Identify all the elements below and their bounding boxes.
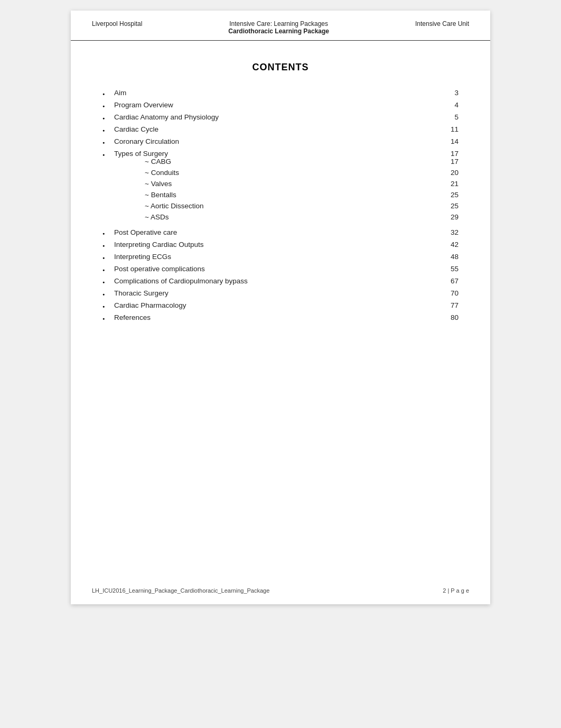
footer-left: LH_ICU2016_Learning_Package_Cardiothorac… [92, 587, 269, 594]
toc-item: ●Aim3 [102, 89, 459, 97]
toc-item: ●Program Overview4 [102, 101, 459, 109]
toc-item: ●References80 [102, 314, 459, 321]
toc-item: ●Complications of Cardiopulmonary bypass… [102, 277, 459, 285]
toc-item-page: 32 [443, 228, 459, 236]
toc-sub-item: ~ Valves21 [102, 180, 459, 188]
toc-item-text: Complications of Cardiopulmonary bypass [114, 277, 443, 285]
bullet-icon: ● [102, 153, 111, 156]
toc-item-text: Interpreting Cardiac Outputs [114, 241, 443, 248]
toc-sub-item: ~ Aortic Dissection25 [102, 202, 459, 210]
toc-item-text: Cardiac Cycle [114, 125, 443, 133]
toc-item-page: 4 [443, 101, 459, 109]
toc-item-text: Program Overview [114, 101, 443, 109]
toc-item-text: Thoracic Surgery [114, 289, 443, 297]
toc-item-page: 3 [443, 89, 459, 97]
toc-item-page: 77 [443, 301, 459, 309]
bullet-icon: ● [102, 244, 111, 247]
bullet-icon: ● [102, 280, 111, 284]
toc-item-text: Post Operative care [114, 228, 443, 236]
toc-sub-item-page: 29 [443, 213, 459, 221]
bullet-icon: ● [102, 104, 111, 108]
toc-sub-item: ~ ASDs29 [102, 213, 459, 221]
toc-sub-item: ~ Conduits20 [102, 169, 459, 177]
header-center: Intensive Care: Learning Packages Cardio… [228, 20, 329, 35]
toc-item-text: Interpreting ECGs [114, 253, 443, 261]
toc-sub-item-page: 25 [443, 202, 459, 210]
toc-sub-item: ~ CABG17 [102, 158, 459, 165]
toc-item: ●Coronary Circulation14 [102, 137, 459, 145]
bullet-icon: ● [102, 268, 111, 272]
toc-item-page: 55 [443, 265, 459, 273]
toc-sub-item-text: ~ Bentalls [145, 191, 443, 199]
bullet-icon: ● [102, 141, 111, 144]
toc-item-page: 80 [443, 314, 459, 321]
contents-title: CONTENTS [102, 62, 459, 73]
bullet-icon: ● [102, 305, 111, 308]
page-header: Liverpool Hospital Intensive Care: Learn… [71, 11, 490, 41]
toc-item: ●Post Operative care32 [102, 228, 459, 236]
toc-item-text: Post operative complications [114, 265, 443, 273]
bullet-icon: ● [102, 92, 111, 96]
toc-sub-item-text: ~ Conduits [145, 169, 443, 177]
bullet-icon: ● [102, 256, 111, 260]
toc-sub-list: ~ CABG17~ Conduits20~ Valves21~ Bentalls… [102, 158, 459, 224]
toc-sub-item-text: ~ CABG [145, 158, 443, 165]
toc-item: ●Cardiac Anatomy and Physiology5 [102, 113, 459, 121]
toc-sub-item-text: ~ Valves [145, 180, 443, 188]
bullet-icon: ● [102, 116, 111, 120]
toc-item-text: Types of Surgery [114, 150, 443, 158]
toc-item-page: 11 [443, 125, 459, 133]
toc-item-page: 5 [443, 113, 459, 121]
toc-item: ●Cardiac Pharmacology77 [102, 301, 459, 309]
toc-sub-item-text: ~ ASDs [145, 213, 443, 221]
toc-item-page: 70 [443, 289, 459, 297]
toc-sub-item: ~ Bentalls25 [102, 191, 459, 199]
toc-item-text: Cardiac Pharmacology [114, 301, 443, 309]
toc-sub-item-page: 17 [443, 158, 459, 165]
toc-item-page: 17 [443, 150, 459, 158]
header-center-line2: Cardiothoracic Learning Package [228, 27, 329, 35]
toc-item-page: 42 [443, 241, 459, 248]
toc-item: ●Interpreting Cardiac Outputs42 [102, 241, 459, 248]
page-footer: LH_ICU2016_Learning_Package_Cardiothorac… [71, 587, 490, 594]
toc-sub-item-page: 20 [443, 169, 459, 177]
bullet-icon: ● [102, 292, 111, 296]
toc-item: ●Cardiac Cycle11 [102, 125, 459, 133]
main-content: CONTENTS ●Aim3●Program Overview4●Cardiac… [71, 41, 490, 347]
toc-item: ●Interpreting ECGs48 [102, 253, 459, 261]
header-left: Liverpool Hospital [92, 20, 142, 27]
toc-sub-item-page: 21 [443, 180, 459, 188]
toc-item-text: Coronary Circulation [114, 137, 443, 145]
toc-item-page: 67 [443, 277, 459, 285]
bullet-icon: ● [102, 128, 111, 132]
toc-sub-item-page: 25 [443, 191, 459, 199]
toc-item: ●Thoracic Surgery70 [102, 289, 459, 297]
header-right: Intensive Care Unit [415, 20, 469, 27]
page: Liverpool Hospital Intensive Care: Learn… [71, 11, 490, 604]
toc-item-text: Aim [114, 89, 443, 97]
header-center-line1: Intensive Care: Learning Packages [228, 20, 329, 27]
bullet-icon: ● [102, 232, 111, 235]
toc-item: ●Post operative complications55 [102, 265, 459, 273]
toc-sub-item-text: ~ Aortic Dissection [145, 202, 443, 210]
bullet-icon: ● [102, 317, 111, 320]
toc-item-text: Cardiac Anatomy and Physiology [114, 113, 443, 121]
toc-item-page: 14 [443, 137, 459, 145]
toc-item-text: References [114, 314, 443, 321]
footer-right: 2 | P a g e [443, 587, 469, 594]
toc-item: ●Types of Surgery17~ CABG17~ Conduits20~… [102, 150, 459, 224]
toc-item-page: 48 [443, 253, 459, 261]
toc-list: ●Aim3●Program Overview4●Cardiac Anatomy … [102, 89, 459, 321]
